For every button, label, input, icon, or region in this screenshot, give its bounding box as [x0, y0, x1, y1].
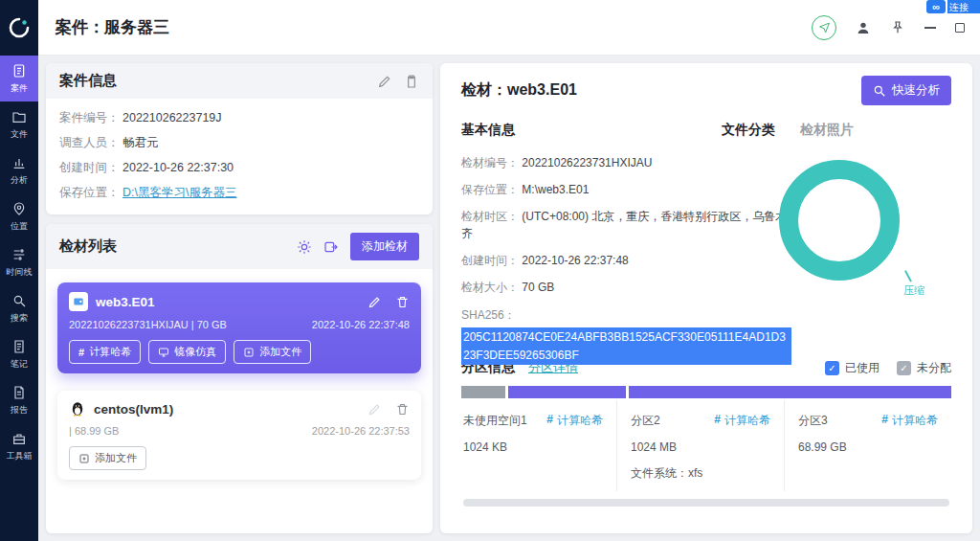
quick-analysis-icon: [873, 84, 886, 98]
evidence-meta-row: | 68.99 GB 2022-10-26 22:37:53: [69, 425, 410, 437]
quick-analysis-button[interactable]: 快速分析: [861, 76, 951, 105]
page-title: 案件：服务器三: [56, 16, 169, 38]
mirror-simulation-button[interactable]: 镜像仿真: [148, 340, 226, 364]
evidence-list-panel: 检材列表 添加检材: [46, 224, 433, 533]
created-time-field: 创建时间： 2022-10-26 22:37:30: [59, 160, 419, 176]
save-path-field: 保存位置： D:\黑客学习\服务器三: [59, 185, 419, 201]
partition-segment-3[interactable]: [629, 386, 951, 398]
delete-evidence-icon[interactable]: [395, 295, 410, 309]
connection-badge[interactable]: ∞ 连接: [926, 0, 980, 13]
basic-info-title: 基本信息: [461, 122, 722, 139]
horizontal-scrollbar[interactable]: [463, 499, 949, 507]
add-file-icon: [78, 453, 90, 464]
app-logo: [0, 0, 38, 56]
evidence-list-header: 检材列表 添加检材: [46, 224, 433, 269]
file-icon: [11, 109, 27, 124]
partition-segment-2[interactable]: [508, 386, 626, 398]
compute-hash-link[interactable]: # 计算哈希: [881, 413, 938, 429]
case-info-body: 案件编号： 20221026223719J 调查人员： 畅君元 创建时间： 20…: [46, 99, 433, 214]
logo-icon: [8, 16, 31, 39]
save-path-link[interactable]: D:\黑客学习\服务器三: [122, 186, 236, 199]
edit-case-icon[interactable]: [377, 74, 392, 89]
compute-hash-link[interactable]: # 计算哈希: [714, 413, 770, 429]
sidebar-item-report[interactable]: 报告: [0, 377, 38, 423]
sidebar-item-label: 时间线: [7, 266, 33, 279]
add-evidence-button[interactable]: 添加检材: [350, 233, 419, 260]
legend-unallocated[interactable]: ✓ 未分配: [897, 360, 951, 376]
left-column: 案件信息 案件编号： 20221026223719J 调查人员：: [46, 63, 433, 533]
partition-segment-unused[interactable]: [461, 386, 505, 398]
evidence-card-web3[interactable]: web3.E01 20221026223731HXIJAU | 70 GB 20…: [57, 282, 421, 373]
copy-case-icon[interactable]: [404, 74, 419, 89]
evidence-card-centos[interactable]: centos(lvm1) | 68.99 GB 2022-10-26 22:37…: [57, 391, 421, 480]
hash-icon: #: [881, 413, 888, 429]
tab-evidence-photos[interactable]: 检材照片: [800, 122, 854, 139]
sidebar-item-location[interactable]: 位置: [0, 193, 38, 239]
titlebar-actions: [812, 15, 965, 40]
minimize-icon: [924, 27, 936, 29]
edit-evidence-icon[interactable]: [368, 295, 382, 309]
tab-file-classification[interactable]: 文件分类: [722, 122, 775, 139]
sha256-label: SHA256：: [461, 307, 722, 324]
analysis-icon: [11, 155, 27, 170]
case-info-header-icons: [377, 74, 419, 89]
unallocated-checkbox[interactable]: ✓: [897, 361, 911, 375]
sidebar-item-label: 位置: [11, 220, 28, 233]
evidence-list-header-icons: [297, 239, 339, 255]
add-file-button[interactable]: 添加文件: [234, 340, 311, 364]
legend-used[interactable]: ✓ 已使用: [825, 360, 880, 376]
sidebar-item-toolbox[interactable]: 工具箱: [0, 423, 38, 469]
feedback-send-button[interactable]: [812, 15, 836, 40]
partition-col-3: 分区3 # 计算哈希 68.99 GB: [784, 400, 951, 491]
evidence-name: web3.E01: [96, 295, 155, 309]
sidebar-item-analysis[interactable]: 分析: [0, 147, 38, 193]
sidebar-item-files[interactable]: 文件: [0, 101, 38, 147]
case-info-header: 案件信息: [46, 63, 433, 99]
user-button[interactable]: [856, 20, 871, 35]
add-file-button[interactable]: 添加文件: [69, 446, 146, 470]
location-icon: [11, 201, 27, 216]
notes-icon: [11, 339, 27, 354]
partition-legend: ✓ 已使用 ✓ 未分配: [825, 360, 951, 376]
investigator-field: 调查人员： 畅君元: [59, 135, 419, 151]
sidebar-item-label: 分析: [11, 174, 28, 187]
sidebar: 案件 文件 分析 位置 时间线 搜索 笔记 报告: [0, 0, 38, 541]
evidence-name: centos(lvm1): [94, 402, 173, 417]
compute-hash-link[interactable]: # 计算哈希: [546, 413, 603, 429]
partition-col-2: 分区2 # 计算哈希 1024 MB 文件系统：xfs: [616, 400, 784, 491]
maximize-button[interactable]: [955, 23, 965, 33]
evidence-card-actions: [368, 402, 410, 417]
hash-icon: #: [78, 347, 84, 358]
export-image-icon[interactable]: [323, 239, 339, 255]
hash-icon: #: [546, 413, 553, 429]
donut-callout: 压缩: [903, 270, 924, 298]
report-icon: [11, 385, 27, 400]
delete-evidence-icon[interactable]: [395, 402, 410, 417]
sidebar-item-label: 案件: [11, 82, 28, 95]
evidence-meta-row: 20221026223731HXIJAU | 70 GB 2022-10-26 …: [69, 319, 410, 330]
donut-label: 压缩: [903, 283, 924, 298]
settings-gear-icon[interactable]: [297, 239, 312, 255]
connection-badge-label: 连接: [947, 0, 980, 13]
case-icon: [11, 63, 27, 79]
sidebar-item-search[interactable]: 搜索: [0, 285, 38, 331]
evidence-time: 2022-10-26 22:37:53: [312, 425, 410, 437]
sidebar-item-timeline[interactable]: 时间线: [0, 239, 38, 285]
partition-table: 未使用空间1 # 计算哈希 1024 KB 分区2: [461, 400, 951, 491]
sidebar-item-label: 笔记: [11, 358, 28, 371]
pin-button[interactable]: [890, 20, 905, 35]
minimize-button[interactable]: [924, 27, 936, 29]
compute-hash-button[interactable]: # 计算哈希: [69, 340, 141, 364]
sidebar-item-notes[interactable]: 笔记: [0, 331, 38, 377]
detail-header: 检材：web3.E01 快速分析: [440, 63, 972, 114]
evidence-detail-panel: 检材：web3.E01 快速分析 基本信息 检材编号： 202210262237…: [440, 63, 972, 533]
hash-icon: #: [714, 413, 721, 429]
edit-evidence-icon[interactable]: [368, 402, 382, 417]
evidence-meta: | 68.99 GB: [69, 425, 119, 437]
sidebar-item-case[interactable]: 案件: [0, 56, 38, 101]
linux-penguin-icon: [69, 400, 86, 417]
timeline-icon: [11, 247, 27, 262]
donut-ring: [779, 160, 900, 281]
used-checkbox[interactable]: ✓: [825, 361, 839, 375]
sidebar-item-label: 工具箱: [7, 450, 33, 462]
